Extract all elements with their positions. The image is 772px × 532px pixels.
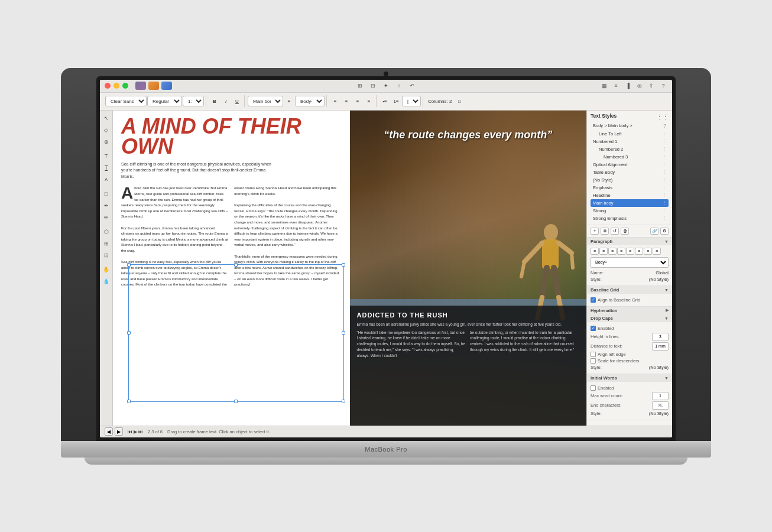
para-align-justify[interactable]: ≡: [617, 248, 625, 255]
minimize-button[interactable]: [113, 83, 119, 89]
para-align-left[interactable]: ≡: [591, 248, 599, 255]
play-button[interactable]: ⏮: [128, 429, 132, 434]
line-to-left-style[interactable]: Line To Left ⋮: [591, 130, 669, 138]
pointer-tool[interactable]: ↖: [101, 113, 112, 124]
handle-tr[interactable]: [342, 263, 345, 267]
undo-icon[interactable]: ↶: [408, 82, 416, 90]
paragraph-section-header[interactable]: Paragraph ▼: [587, 238, 672, 245]
document-area[interactable]: A MIND OF THEIR OWN Sea cliff climbing i…: [113, 111, 586, 426]
export-icon[interactable]: ↑: [395, 82, 403, 90]
share-icon[interactable]: ⇧: [647, 82, 656, 90]
baseline-grid-header[interactable]: Baseline Grid ▼: [587, 286, 672, 294]
para-align-center[interactable]: ≡: [599, 248, 608, 255]
next-page-button[interactable]: ▶: [115, 427, 123, 436]
settings-icon[interactable]: ✦: [382, 82, 390, 90]
align-justify-button[interactable]: ≡: [364, 95, 374, 107]
numbered-list-button[interactable]: 1≡: [391, 95, 401, 107]
duplicate-style-button[interactable]: ⧉: [601, 228, 609, 235]
para-align-right[interactable]: ≡: [608, 248, 617, 255]
initial-words-header[interactable]: Initial Words ▼: [587, 374, 672, 382]
named-style-select[interactable]: Body+: [295, 96, 325, 106]
align-center-button[interactable]: ≡: [341, 95, 352, 107]
para-align-right-last[interactable]: ≡: [644, 248, 652, 255]
numbered-3-style[interactable]: Numbered 3 ⋮: [591, 153, 669, 161]
height-lines-input[interactable]: [652, 333, 669, 341]
fill-tool[interactable]: ⬡: [101, 226, 112, 237]
optical-alignment-style[interactable]: Optical Alignment ⋮: [591, 161, 669, 168]
scale-descenders-checkbox[interactable]: [591, 358, 596, 364]
hyphenation-header[interactable]: Hyphenation ▶: [587, 307, 672, 314]
handle-br[interactable]: [342, 400, 345, 403]
numbered-2-style[interactable]: Numbered 2 ⋮: [591, 145, 669, 153]
body-main-style[interactable]: Body > Main body > ?: [591, 122, 669, 130]
initial-enabled-checkbox[interactable]: [591, 385, 596, 391]
image-tool[interactable]: ⊞: [101, 238, 112, 249]
align-right-button[interactable]: ≡: [352, 95, 363, 107]
view-icon[interactable]: ⊞: [356, 82, 364, 90]
play-end-button[interactable]: ⏭: [138, 429, 143, 434]
para-align-justify-all[interactable]: ≡: [653, 248, 661, 255]
frame-options-button[interactable]: □: [454, 95, 465, 107]
style-options-button[interactable]: ≡: [284, 95, 294, 107]
para-align-center-last[interactable]: ≡: [635, 248, 643, 255]
paragraph-arrow-icon: ▼: [664, 239, 669, 244]
zoom-icon[interactable]: ◎: [635, 82, 644, 90]
add-style-button[interactable]: +: [591, 228, 599, 235]
pencil-tool[interactable]: ✏: [101, 212, 112, 223]
artistic-text-tool[interactable]: A: [101, 174, 112, 185]
name-row: Name: Global: [591, 270, 669, 275]
align-baseline-checkbox[interactable]: ✓: [591, 297, 596, 303]
columns-button[interactable]: Columns: 2: [426, 95, 453, 107]
paragraph-style-select[interactable]: Main body: [248, 96, 283, 106]
end-chars-input[interactable]: [652, 401, 669, 410]
strong-emphasis-style[interactable]: Strong Emphasis ⋮: [591, 215, 669, 222]
eyedropper-tool[interactable]: 💧: [101, 276, 112, 287]
drop-caps-header[interactable]: Drop Caps ▼: [587, 314, 672, 322]
table-body-style[interactable]: Table Body ⋮: [591, 168, 669, 176]
close-button[interactable]: [105, 83, 111, 89]
max-word-input[interactable]: [652, 392, 669, 400]
text-styles-options-icon[interactable]: ⋮⋮: [657, 113, 669, 120]
link-style-button[interactable]: 🔗: [650, 228, 659, 235]
align-left-button[interactable]: ≡: [330, 95, 340, 107]
font-size-select[interactable]: 11 pt: [183, 96, 204, 106]
main-body-style[interactable]: Main body ⋮: [591, 199, 669, 207]
para-align-justify-last[interactable]: ≡: [626, 248, 634, 255]
panel-toggle-icon[interactable]: ▐: [624, 82, 632, 90]
underline-button[interactable]: U: [232, 95, 242, 107]
align-left-edge-checkbox[interactable]: [591, 352, 596, 357]
shape-tool[interactable]: □: [101, 189, 112, 199]
italic-button[interactable]: I: [220, 95, 231, 107]
font-family-select[interactable]: Clear Sans: [105, 96, 147, 106]
drop-caps-enabled-checkbox[interactable]: ✓: [591, 326, 596, 331]
help-icon[interactable]: ?: [659, 82, 667, 90]
font-style-select[interactable]: Regular: [147, 96, 182, 106]
numbered-1-style[interactable]: Numbered 1 ⋮: [591, 138, 669, 145]
headline-style[interactable]: Headline ⋮: [591, 192, 669, 199]
fullscreen-button[interactable]: [122, 83, 128, 89]
strong-style[interactable]: Strong ⋮: [591, 207, 669, 215]
bullet-list-button[interactable]: •≡: [379, 95, 390, 107]
list-options-select[interactable]: [1 pt]: [402, 96, 421, 106]
bold-button[interactable]: B: [209, 95, 220, 107]
pen-tool[interactable]: ✒: [101, 200, 112, 211]
distance-text-input[interactable]: [652, 342, 669, 351]
node-tool[interactable]: ◇: [101, 125, 112, 135]
type-tool[interactable]: T: [101, 151, 112, 161]
crop-tool[interactable]: ⊡: [101, 250, 112, 261]
delete-style-button[interactable]: 🗑: [621, 228, 629, 235]
document-icon[interactable]: ⊟: [369, 82, 377, 90]
play-fwd-button[interactable]: ▶: [134, 429, 137, 434]
no-style-item[interactable]: (No Style) ⋮: [591, 176, 669, 184]
list-view-icon[interactable]: ≡: [612, 82, 620, 90]
style-settings-button[interactable]: ⚙: [660, 228, 669, 235]
zoom-tool[interactable]: ⊕: [101, 137, 112, 147]
hand-tool[interactable]: ✋: [101, 264, 112, 275]
emphasis-style[interactable]: Emphasis ⋮: [591, 184, 669, 192]
frame-text-tool[interactable]: T̲: [101, 163, 112, 173]
handle-mr[interactable]: [342, 331, 345, 335]
prev-page-button[interactable]: ◀: [105, 427, 113, 436]
sync-style-button[interactable]: ↺: [611, 228, 619, 235]
grid-view-icon[interactable]: ▦: [600, 82, 608, 90]
body-style-select[interactable]: Body+: [591, 257, 669, 268]
